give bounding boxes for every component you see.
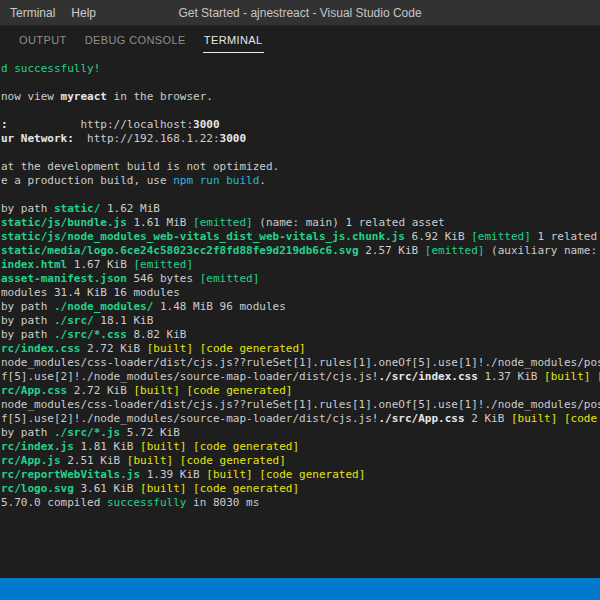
terminal-text-segment: 1.37 KiB <box>478 370 544 383</box>
terminal-text-segment: 1.48 MiB 96 modules <box>153 300 285 313</box>
terminal-text-segment: [built] <box>140 440 186 453</box>
terminal-line: at the development build is not optimize… <box>1 160 600 174</box>
terminal-text-segment: by path <box>1 300 54 313</box>
terminal-line: rc/index.js 1.81 KiB [built] [code gener… <box>1 440 600 454</box>
terminal-text-segment: [code gen <box>564 412 600 425</box>
terminal-line <box>1 76 600 90</box>
terminal-text-segment: myreact <box>61 90 107 103</box>
terminal-text-segment: ./src/App.css <box>379 412 465 425</box>
terminal-text-segment: 546 bytes <box>127 272 200 285</box>
terminal-text-segment: (auxiliary name: ma <box>484 244 600 257</box>
terminal-line: f[5].use[2]!./node_modules/source-map-lo… <box>1 412 600 426</box>
terminal-text-segment: in 8030 ms <box>186 496 259 509</box>
terminal-text-segment: [built] <box>544 370 590 383</box>
terminal-text-segment: (name: main) 1 related asset <box>253 216 445 229</box>
terminal-text-segment: now view <box>1 90 61 103</box>
terminal-text-segment: ./src/ <box>54 314 94 327</box>
terminal-text-segment: ./src/*.js <box>54 426 120 439</box>
terminal-text-segment: node_modules/css-loader/dist/cjs.js??rul… <box>1 398 600 411</box>
terminal-text-segment: rc/index.js <box>1 440 74 453</box>
terminal-text-segment: [emitted] <box>193 216 253 229</box>
terminal-text-segment: static/media/logo.6ce24c58023cc2f8fd88fe… <box>1 244 359 257</box>
terminal-text-segment: by path <box>1 202 54 215</box>
terminal-line <box>1 104 600 118</box>
terminal-text-segment <box>193 342 200 355</box>
terminal-line: rc/reportWebVitals.js 1.39 KiB [built] [… <box>1 468 600 482</box>
terminal-text-segment: [built] <box>147 342 193 355</box>
terminal-line: asset-manifest.json 546 bytes [emitted] <box>1 272 600 286</box>
terminal-text-segment: 1.81 KiB <box>74 440 140 453</box>
terminal-line: static/js/node_modules_web-vitals_dist_w… <box>1 230 600 244</box>
terminal-text-segment: [emitted] <box>425 244 485 257</box>
terminal-line <box>1 188 600 202</box>
terminal-text-segment: 5.72 KiB <box>120 426 180 439</box>
terminal-output[interactable]: d successfully! now view myreact in the … <box>0 54 600 578</box>
terminal-text-segment: ./node_modules/ <box>54 300 153 313</box>
terminal-text-segment: 1.39 KiB <box>140 468 206 481</box>
title-bar: TerminalHelp Get Started - ajnestreact -… <box>0 0 600 26</box>
terminal-text-segment: index.html <box>1 258 67 271</box>
terminal-text-segment: 2.57 KiB <box>359 244 425 257</box>
terminal-line: node_modules/css-loader/dist/cjs.js??rul… <box>1 398 600 412</box>
menu-bar: TerminalHelp <box>0 0 104 26</box>
terminal-line: modules 31.4 KiB 16 modules <box>1 286 600 300</box>
terminal-line: rc/App.js 2.51 KiB [built] [code generat… <box>1 454 600 468</box>
terminal-line: rc/logo.svg 3.61 KiB [built] [code gener… <box>1 482 600 496</box>
terminal-text-segment: http://192.168.1.22: <box>74 132 220 145</box>
terminal-text-segment: f[5].use[2]!./node_modules/source-map-lo… <box>1 412 379 425</box>
terminal-text-segment: 2.72 KiB <box>67 384 133 397</box>
menu-item-help[interactable]: Help <box>63 0 104 26</box>
terminal-text-segment: by path <box>1 328 54 341</box>
terminal-text-segment: [built] <box>127 454 173 467</box>
terminal-text-segment: [code generated] <box>193 440 299 453</box>
terminal-text-segment: d successfully! <box>1 62 100 75</box>
terminal-line <box>1 146 600 160</box>
terminal-line: index.html 1.67 KiB [emitted] <box>1 258 600 272</box>
terminal-line: by path static/ 1.62 MiB <box>1 202 600 216</box>
terminal-text-segment: asset-manifest.json <box>1 272 127 285</box>
terminal-text-segment: ur Network: <box>1 132 74 145</box>
terminal-text-segment: [code generated] <box>200 342 306 355</box>
terminal-text-segment: modules 31.4 KiB 16 modules <box>1 286 180 299</box>
terminal-text-segment: 2.72 KiB <box>80 342 146 355</box>
terminal-text-segment: npm run build <box>173 174 259 187</box>
terminal-line: e a production build, use npm run build. <box>1 174 600 188</box>
terminal-text-segment: 6.92 KiB <box>405 230 471 243</box>
terminal-text-segment: http://localhost: <box>8 118 193 131</box>
terminal-line: by path ./src/*.css 8.82 KiB <box>1 328 600 342</box>
terminal-text-segment: [code generated] <box>193 482 299 495</box>
terminal-line: by path ./node_modules/ 1.48 MiB 96 modu… <box>1 300 600 314</box>
terminal-text-segment: . <box>259 174 266 187</box>
terminal-text-segment: static/js/bundle.js <box>1 216 127 229</box>
terminal-line: f[5].use[2]!./node_modules/source-map-lo… <box>1 370 600 384</box>
terminal-text-segment: 18.1 KiB <box>94 314 154 327</box>
terminal-text-segment: rc/App.css <box>1 384 67 397</box>
terminal-text-segment: 1 related as <box>531 230 600 243</box>
terminal-text-segment: 1.67 KiB <box>67 258 133 271</box>
tab-terminal[interactable]: TERMINAL <box>203 26 264 53</box>
tab-output[interactable]: OUTPUT <box>18 26 68 53</box>
terminal-text-segment: 2.51 KiB <box>61 454 127 467</box>
terminal-text-segment: [built] <box>206 468 252 481</box>
terminal-line: now view myreact in the browser. <box>1 90 600 104</box>
terminal-line: 5.70.0 compiled successfully in 8030 ms <box>1 496 600 510</box>
terminal-text-segment: by path <box>1 314 54 327</box>
terminal-text-segment: rc/logo.svg <box>1 482 74 495</box>
terminal-text-segment: : <box>1 118 8 131</box>
menu-item-terminal[interactable]: Terminal <box>2 0 63 26</box>
terminal-text-segment: 3000 <box>193 118 220 131</box>
terminal-line: : http://localhost:3000 <box>1 118 600 132</box>
terminal-line: static/media/logo.6ce24c58023cc2f8fd88fe… <box>1 244 600 258</box>
terminal-text-segment: by path <box>1 426 54 439</box>
terminal-text-segment: rc/reportWebVitals.js <box>1 468 140 481</box>
terminal-text-segment: [emitted] <box>200 272 260 285</box>
status-bar <box>0 578 600 600</box>
terminal-text-segment: [code generated] <box>186 384 292 397</box>
terminal-line: by path ./src/*.js 5.72 KiB <box>1 426 600 440</box>
tab-debug-console[interactable]: DEBUG CONSOLE <box>84 26 187 53</box>
terminal-text-segment: ./src/*.css <box>54 328 127 341</box>
terminal-text-segment: node_modules/css-loader/dist/cjs.js??rul… <box>1 356 600 369</box>
panel-tab-bar: OUTPUTDEBUG CONSOLETERMINAL <box>0 26 600 53</box>
terminal-text-segment: 3000 <box>220 132 247 145</box>
terminal-line: node_modules/css-loader/dist/cjs.js??rul… <box>1 356 600 370</box>
